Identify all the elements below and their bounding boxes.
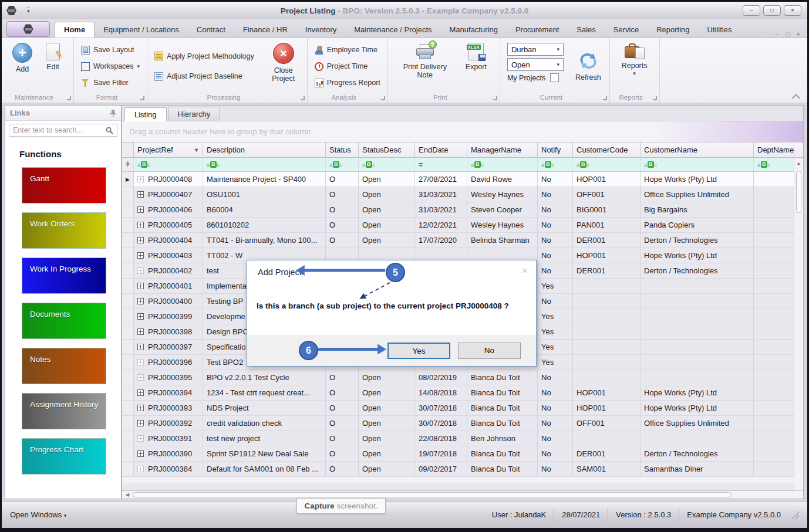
ribbon-close-icon[interactable]: × (797, 31, 800, 38)
dialog-launcher-icon[interactable] (653, 96, 657, 100)
ribbon-tab[interactable]: Contract (188, 22, 234, 38)
filter-cell[interactable]: a B c (326, 158, 359, 171)
table-row[interactable]: PRJ0000390 Sprint SP1912 New Deal Sale O… (122, 446, 803, 462)
expand-icon[interactable] (137, 435, 144, 442)
dialog-launcher-icon[interactable] (301, 96, 305, 100)
table-row[interactable]: PRJ0000395 BPO v2.2.0.1 Test Cycle O Ope… (122, 370, 803, 385)
vertical-scroll-thumb[interactable] (796, 171, 801, 213)
ribbon-tab[interactable]: Sales (568, 22, 605, 38)
table-row[interactable]: PRJ0000404 TT041 - Bi-annually, Mono 100… (122, 233, 803, 248)
ribbon-tab[interactable]: Finance / HR (234, 22, 296, 38)
expand-icon[interactable] (137, 267, 144, 274)
status-select[interactable]: Open ▾ (507, 58, 564, 71)
column-header[interactable]: DeptName (754, 143, 794, 157)
function-button[interactable]: Documents (22, 303, 106, 339)
table-row[interactable]: PRJ0000394 1234 - Test ctrt request crea… (122, 385, 803, 401)
dialog-launcher-icon[interactable] (67, 96, 71, 100)
expand-icon[interactable] (137, 405, 144, 411)
expand-icon[interactable] (137, 313, 144, 320)
collapse-ribbon-icon[interactable] (793, 93, 799, 99)
adjust-project-baseline-button[interactable]: Adjust Project Baseline (152, 71, 257, 82)
expand-icon[interactable] (137, 466, 144, 472)
function-button[interactable]: Notes (22, 348, 106, 384)
column-header[interactable]: Status (326, 143, 359, 157)
tab-hierarchy[interactable]: Hierarchy (168, 107, 221, 121)
expand-icon[interactable] (137, 328, 144, 335)
horizontal-scroll-thumb[interactable] (133, 492, 732, 497)
table-row[interactable]: ▶ PRJ0000408 Maintenance Project - SP400… (122, 172, 803, 187)
save-filter-button[interactable]: Save Filter (79, 77, 142, 89)
ribbon-tab[interactable]: Service (605, 22, 648, 38)
ribbon-tab[interactable]: Equipment / Locations (95, 22, 188, 38)
function-button[interactable]: Progress Chart (22, 438, 106, 475)
table-row[interactable]: PRJ0000406 B60004 O Open 31/03/2021 Stev… (122, 202, 803, 218)
table-row[interactable]: PRJ0000392 credit validation check O Ope… (122, 416, 803, 431)
filter-cell[interactable]: = (415, 158, 467, 171)
column-header[interactable]: EndDate (415, 143, 467, 157)
print-delivery-note-button[interactable]: ? Print Delivery Note (397, 42, 453, 91)
filter-cell[interactable]: a B c (467, 158, 538, 171)
expand-icon[interactable] (137, 206, 144, 213)
ribbon-tab[interactable]: Procurement (507, 22, 568, 38)
ribbon-tab[interactable]: Reporting (648, 22, 698, 38)
progress-report-button[interactable]: Progress Report (312, 77, 383, 89)
filter-cell[interactable]: a B c (573, 158, 641, 171)
ribbon-tab[interactable]: Manufacturing (441, 22, 507, 38)
ribbon-tab[interactable]: Inventory (296, 22, 345, 38)
yes-button[interactable]: Yes (387, 343, 450, 359)
scroll-up-icon[interactable]: ▲ (794, 158, 803, 166)
ribbon-tab[interactable]: Home (55, 22, 95, 38)
refresh-button[interactable]: Refresh (572, 42, 605, 91)
ribbon-tab[interactable]: Maintenance / Projects (345, 22, 440, 38)
function-button[interactable]: Work In Progress (22, 257, 106, 294)
ribbon-tab[interactable]: Utilities (699, 22, 741, 38)
dialog-close-icon[interactable]: × (522, 265, 528, 277)
horizontal-scrollbar[interactable]: ◀ (122, 490, 803, 499)
reports-button[interactable]: Reports ▾ (618, 42, 651, 91)
column-header[interactable]: CustomerCode (573, 143, 641, 157)
expand-icon[interactable] (137, 222, 144, 228)
vertical-scrollbar[interactable]: ▲ (794, 158, 803, 490)
table-row[interactable]: PRJ0000384 Default for SAM001 on 08 Feb … (122, 462, 803, 477)
my-projects-checkbox[interactable] (550, 73, 559, 82)
column-header[interactable]: ManagerName (467, 143, 538, 157)
column-header[interactable]: Description (203, 143, 326, 157)
expand-icon[interactable] (137, 359, 144, 365)
function-button[interactable]: Gantt (22, 167, 106, 204)
expand-icon[interactable] (137, 298, 144, 304)
column-header[interactable]: CustomerName (641, 143, 754, 157)
table-row[interactable]: PRJ0000391 test new project O Open 22/08… (122, 431, 803, 446)
dialog-launcher-icon[interactable] (381, 96, 385, 100)
column-header[interactable]: StatusDesc (359, 143, 415, 157)
expand-icon[interactable] (137, 450, 144, 457)
edit-button[interactable]: ✎ Edit (39, 42, 66, 91)
filter-cell[interactable]: a B c (538, 158, 573, 171)
pin-icon[interactable] (110, 109, 116, 117)
employee-time-button[interactable]: Employee Time (312, 45, 383, 56)
open-windows-button[interactable]: Open Windows ▾ (10, 510, 66, 519)
dialog-launcher-icon[interactable] (603, 96, 607, 100)
filter-cell[interactable]: a B c (359, 158, 415, 171)
branch-select[interactable]: Durban ▾ (507, 43, 564, 56)
apply-project-methodology-button[interactable]: Apply Project Methodology (152, 50, 257, 62)
filter-cell[interactable]: a B c (641, 158, 754, 171)
dialog-launcher-icon[interactable] (140, 96, 144, 100)
project-time-button[interactable]: Project Time (312, 61, 383, 72)
add-button[interactable]: + Add (9, 42, 36, 91)
scroll-left-icon[interactable]: ◀ (122, 492, 133, 497)
filter-cell[interactable]: a B c (754, 158, 794, 171)
ribbon-restore-icon[interactable]: □ (786, 31, 790, 38)
table-row[interactable]: PRJ0000405 8601010202 O Open 12/02/2021 … (122, 218, 803, 233)
close-project-button[interactable]: × Close Project (265, 42, 302, 91)
expand-icon[interactable] (137, 191, 144, 198)
expand-icon[interactable] (137, 252, 144, 259)
tab-listing[interactable]: Listing (124, 107, 167, 121)
expand-icon[interactable] (137, 420, 144, 426)
search-input[interactable]: Enter text to search... (9, 124, 117, 137)
save-layout-button[interactable]: Save Layout (79, 45, 142, 56)
expand-icon[interactable] (137, 176, 144, 182)
workspaces-button[interactable]: Workspaces ▾ (79, 61, 142, 72)
expand-icon[interactable] (137, 344, 144, 350)
column-header[interactable]: Notify (538, 143, 573, 157)
function-button[interactable]: Assignment History (22, 393, 106, 429)
